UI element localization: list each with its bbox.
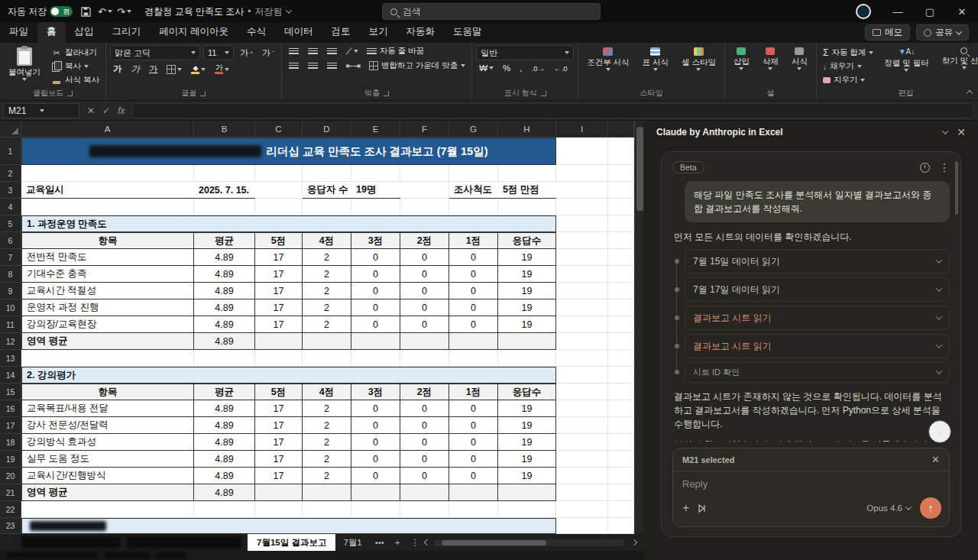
cell[interactable] xyxy=(449,484,498,501)
panel-collapse-icon[interactable] xyxy=(943,130,947,134)
value-cell[interactable]: 0 xyxy=(400,299,449,316)
cell[interactable] xyxy=(21,501,194,518)
row-header-10[interactable]: 10 xyxy=(0,299,21,316)
cell[interactable] xyxy=(255,333,303,350)
cell[interactable] xyxy=(608,333,634,350)
attach-button[interactable]: + xyxy=(682,501,689,515)
cell[interactable] xyxy=(303,199,351,215)
cell[interactable] xyxy=(556,232,608,249)
number-dialog-launcher[interactable] xyxy=(541,91,546,96)
tab-overflow-icon[interactable]: ••• xyxy=(370,538,390,547)
format-painter-button[interactable]: 서식 복사 xyxy=(49,74,102,86)
cell[interactable] xyxy=(556,266,608,283)
item-label-cell[interactable]: 실무 도움 정도 xyxy=(21,451,194,468)
item-label-cell[interactable]: 강사 전문성/전달력 xyxy=(21,417,194,434)
shrink-font-button[interactable]: 가ˇ xyxy=(259,47,277,60)
cell[interactable] xyxy=(498,333,556,350)
value-cell[interactable]: 2 xyxy=(303,434,351,451)
info-cell[interactable]: 교육일시 xyxy=(21,182,194,199)
cell[interactable] xyxy=(556,283,608,299)
tool-step[interactable]: 시트 ID 확인 xyxy=(685,362,950,383)
cell-styles-button[interactable]: 셀 스타일 xyxy=(677,45,721,73)
value-cell[interactable]: 0 xyxy=(449,249,498,266)
value-cell[interactable]: 19 xyxy=(498,434,556,451)
value-cell[interactable]: 0 xyxy=(351,299,400,316)
autosum-button[interactable]: Σ자동 합계 xyxy=(821,47,876,59)
table-header-cell[interactable]: 평균 xyxy=(194,384,255,400)
column-header-A[interactable]: A xyxy=(21,121,194,138)
cell[interactable] xyxy=(608,484,634,501)
value-cell[interactable]: 0 xyxy=(351,434,400,451)
row-header-8[interactable]: 8 xyxy=(0,266,21,283)
cell[interactable] xyxy=(556,215,608,232)
avg-value-cell[interactable]: 4.89 xyxy=(194,333,255,350)
cell[interactable] xyxy=(556,165,608,182)
value-cell[interactable]: 17 xyxy=(255,283,303,299)
cell[interactable] xyxy=(21,350,194,367)
cell[interactable] xyxy=(608,266,634,283)
value-cell[interactable]: 0 xyxy=(351,400,400,417)
avg-label-cell[interactable]: 영역 평균 xyxy=(21,333,194,350)
format-cells-button[interactable]: 서식 xyxy=(787,45,812,73)
cell[interactable] xyxy=(194,350,255,367)
cell[interactable] xyxy=(556,417,608,434)
cell[interactable] xyxy=(449,501,498,518)
table-header-cell[interactable]: 항목 xyxy=(21,384,194,400)
align-middle-button[interactable] xyxy=(305,47,321,56)
alignment-dialog-launcher[interactable] xyxy=(384,91,389,96)
cell[interactable] xyxy=(255,350,303,367)
cell[interactable] xyxy=(303,350,351,367)
copy-button[interactable]: 복사 xyxy=(49,60,102,73)
align-left-button[interactable] xyxy=(286,62,302,70)
cell[interactable] xyxy=(608,384,634,400)
cell[interactable] xyxy=(608,299,634,316)
cell[interactable] xyxy=(608,215,634,232)
cell[interactable] xyxy=(556,367,608,384)
ribbon-tab-파일[interactable]: 파일 xyxy=(0,22,37,43)
table-header-cell[interactable]: 4점 xyxy=(303,384,351,400)
cell[interactable] xyxy=(194,199,255,215)
value-cell[interactable]: 4.89 xyxy=(194,299,255,316)
value-cell[interactable]: 0 xyxy=(449,266,498,283)
row-header-9[interactable]: 9 xyxy=(0,283,21,299)
cell[interactable] xyxy=(608,468,634,484)
value-cell[interactable]: 4.89 xyxy=(194,468,255,484)
row-header-5[interactable]: 5 xyxy=(0,215,21,232)
ribbon-tab-자동화[interactable]: 자동화 xyxy=(397,22,444,43)
info-cell[interactable]: 19명 xyxy=(351,182,400,199)
cell[interactable] xyxy=(303,484,351,501)
row-header-11[interactable]: 11 xyxy=(0,316,21,333)
cell[interactable] xyxy=(608,283,634,299)
find-select-button[interactable]: 찾기 및 선택 xyxy=(938,45,978,72)
table-header-cell[interactable]: 항목 xyxy=(21,232,194,249)
ribbon-tab-데이터[interactable]: 데이터 xyxy=(275,22,322,43)
cell[interactable] xyxy=(255,484,303,501)
vertical-scrollbar[interactable] xyxy=(634,121,644,534)
value-cell[interactable]: 0 xyxy=(400,283,449,299)
row-header-23[interactable]: 23 xyxy=(0,518,21,534)
font-color-button[interactable]: 가 xyxy=(212,63,232,75)
table-header-cell[interactable]: 1점 xyxy=(449,384,498,400)
scroll-right-icon[interactable] xyxy=(631,539,637,545)
table-header-cell[interactable]: 2점 xyxy=(400,232,449,249)
row-header-13[interactable]: 13 xyxy=(0,350,21,367)
cell[interactable] xyxy=(255,182,303,199)
scroll-left-icon[interactable] xyxy=(424,539,430,545)
autosave-toggle[interactable]: 자동 저장 켬 xyxy=(8,5,73,18)
table-header-cell[interactable]: 평균 xyxy=(194,232,255,249)
value-cell[interactable]: 0 xyxy=(449,299,498,316)
value-cell[interactable]: 19 xyxy=(498,451,556,468)
value-cell[interactable]: 19 xyxy=(498,266,556,283)
cell[interactable] xyxy=(194,165,255,182)
value-cell[interactable]: 0 xyxy=(449,451,498,468)
cell[interactable] xyxy=(608,316,634,333)
comma-button[interactable]: , xyxy=(517,63,525,73)
cell[interactable] xyxy=(608,518,634,534)
row-header-19[interactable]: 19 xyxy=(0,451,21,468)
cell[interactable] xyxy=(21,165,194,182)
close-button[interactable]: ✕ xyxy=(946,0,978,23)
cell[interactable] xyxy=(608,165,634,182)
column-header-G[interactable]: G xyxy=(449,121,498,138)
table-header-cell[interactable]: 응답수 xyxy=(498,232,556,249)
cell[interactable] xyxy=(303,333,351,350)
